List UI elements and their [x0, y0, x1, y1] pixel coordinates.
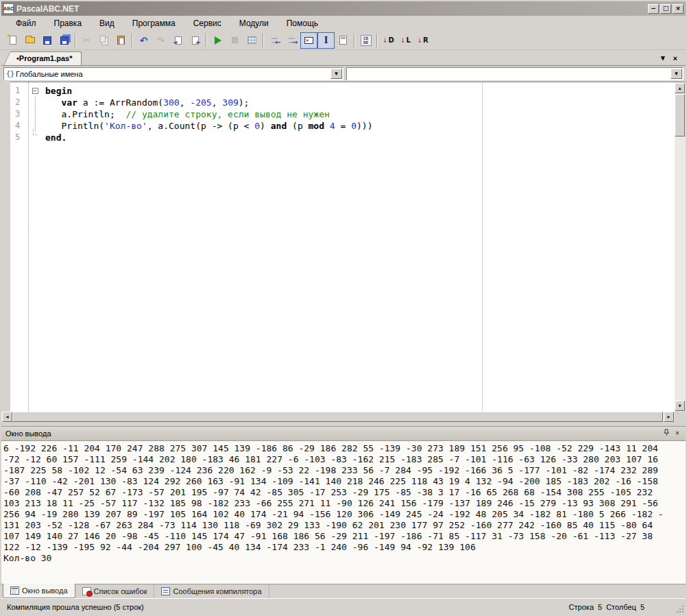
snippet-d-button[interactable]: D: [380, 32, 397, 49]
maximize-button[interactable]: □: [660, 4, 671, 14]
code-segment: 300: [163, 97, 179, 108]
console-toggle-shape: [304, 37, 313, 44]
code-segment: a := ArrRandom(: [77, 97, 163, 108]
shift-left-icon: [269, 34, 281, 46]
line-number: 5: [15, 132, 25, 143]
bottom-tab-label: Окно вывода: [22, 587, 68, 595]
run-icon: [212, 34, 224, 46]
cut-glyph: ✂: [83, 36, 91, 45]
tab-program1[interactable]: •Program1.pas*: [11, 51, 82, 65]
bottom-tab-2[interactable]: Сообщения компилятора: [154, 584, 269, 598]
vertical-scroll-thumb[interactable]: [675, 94, 685, 137]
tab-close-icon[interactable]: ×: [669, 54, 682, 65]
stop-button: [226, 32, 243, 49]
braces-icon: {}: [6, 70, 14, 78]
code-segment: ))): [357, 121, 372, 131]
stop-icon: [229, 34, 241, 46]
save-file-icon: [41, 34, 53, 46]
new-file-button[interactable]: [4, 32, 21, 49]
scroll-down-icon[interactable]: ▼: [675, 401, 685, 411]
window-title: PascalABC.NET: [16, 4, 79, 14]
undo-button[interactable]: ↶: [135, 32, 152, 49]
snippet-l-button[interactable]: L: [397, 32, 414, 49]
menu-item-6[interactable]: Помощь: [278, 17, 327, 29]
code-templates-button[interactable]: CO DE: [357, 32, 374, 49]
shift-right-button[interactable]: [283, 32, 300, 49]
fold-line-icon: [35, 97, 36, 108]
resize-grip[interactable]: [677, 606, 684, 613]
member-combobox-arrow-icon[interactable]: ▼: [671, 69, 682, 79]
toolbar-separator: [354, 34, 355, 47]
run-button[interactable]: [209, 32, 226, 49]
code-segment: mod: [309, 121, 324, 131]
pin-icon[interactable]: [661, 429, 672, 439]
output-line: 131 203 -52 -128 -67 263 284 -73 114 130…: [3, 520, 686, 531]
redo-glyph: ↷: [157, 36, 165, 45]
app-logo-c: C: [10, 6, 14, 11]
save-file-shape: [43, 36, 51, 45]
nav-back-icon: [172, 34, 184, 46]
shift-left-button[interactable]: [266, 32, 283, 49]
build-grid-button[interactable]: [243, 32, 261, 49]
stop-shape: [232, 37, 238, 43]
scroll-right-icon[interactable]: ►: [664, 412, 674, 422]
output-close-icon[interactable]: ×: [672, 429, 683, 439]
menu-item-3[interactable]: Программа: [123, 17, 184, 29]
ibeam-toggle-button[interactable]: I: [317, 32, 335, 49]
copy-icon: [98, 34, 110, 46]
fold-marker: [29, 108, 41, 120]
save-file-button[interactable]: [38, 32, 56, 49]
code-segment: 0: [351, 121, 357, 131]
cut-icon: ✂: [81, 34, 93, 46]
fold-collapse-icon[interactable]: −: [32, 88, 38, 94]
minimize-button[interactable]: −: [648, 4, 659, 14]
code-segment: var: [61, 97, 77, 108]
code-segment: );: [239, 97, 250, 108]
code-editor[interactable]: 12345 − begin var a := ArrRandom(300, -2…: [10, 82, 675, 412]
undo-glyph: ↶: [140, 36, 148, 45]
member-combobox[interactable]: ▼: [346, 67, 684, 80]
scroll-left-icon[interactable]: ◄: [2, 412, 12, 422]
open-file-icon: [24, 34, 36, 46]
paste-button[interactable]: [112, 32, 130, 49]
horizontal-scrollbar[interactable]: ◄ ►: [1, 412, 686, 422]
code-segment: and: [271, 121, 287, 131]
output-line: Кол-во 30: [3, 553, 686, 564]
fold-line-icon: [35, 108, 36, 120]
bottom-tab-1[interactable]: Список ошибок: [75, 584, 155, 598]
vertical-scrollbar[interactable]: ▲ ▼: [675, 82, 686, 412]
code-area[interactable]: begin var a := ArrRandom(300, -205, 309)…: [41, 82, 675, 412]
nav-forward-button[interactable]: [186, 32, 204, 49]
save-all-button[interactable]: [56, 32, 73, 49]
nav-back-button[interactable]: [169, 32, 186, 49]
run-shape: [215, 36, 221, 45]
bottom-tab-0[interactable]: Окно вывода: [3, 584, 75, 598]
close-button[interactable]: ×: [673, 4, 684, 14]
open-file-button[interactable]: [21, 32, 38, 49]
fold-marker[interactable]: −: [29, 85, 41, 97]
horizontal-scroll-thumb[interactable]: [12, 412, 663, 422]
menu-item-4[interactable]: Сервис: [184, 17, 230, 29]
snippet-r-button[interactable]: R: [414, 32, 431, 49]
toolbar-separator: [75, 34, 76, 47]
console-toggle-button[interactable]: [300, 32, 317, 49]
scroll-up-icon[interactable]: ▲: [675, 83, 685, 93]
snippet-r-glyph: R: [423, 37, 429, 44]
form-view-button[interactable]: [335, 32, 352, 49]
code-segment: [324, 121, 330, 131]
menu-item-5[interactable]: Модули: [230, 17, 278, 29]
code-segment: begin: [45, 86, 72, 96]
code-segment: 4: [330, 121, 335, 131]
menu-item-2[interactable]: Вид: [91, 17, 123, 29]
menu-item-0[interactable]: Файл: [7, 17, 45, 29]
open-file-shape: [25, 37, 35, 43]
document-tabstrip: •Program1.pas* ▾ ×: [1, 50, 686, 66]
new-file-shape: [10, 36, 16, 45]
scope-combobox[interactable]: {} Глобальные имена ▼: [3, 67, 344, 80]
tab-list-arrow-icon[interactable]: ▾: [657, 54, 669, 65]
code-segment: Println(: [45, 121, 104, 131]
code-segment: (p: [287, 121, 308, 131]
menu-item-1[interactable]: Правка: [45, 17, 91, 29]
scope-combobox-arrow-icon[interactable]: ▼: [330, 69, 342, 79]
code-line: begin: [45, 85, 675, 97]
